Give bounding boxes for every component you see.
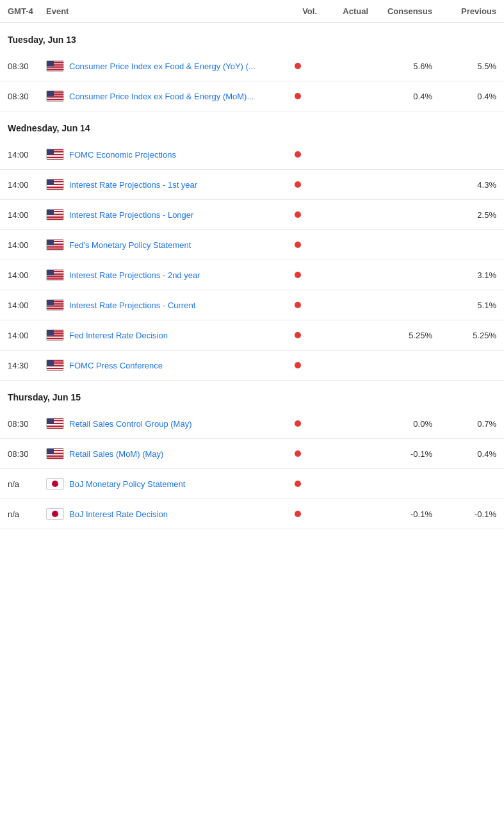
vol-cell	[279, 181, 317, 188]
vol-dot	[295, 211, 301, 218]
event-cell: Fed's Monetary Policy Statement	[46, 239, 279, 251]
flag-us	[46, 60, 64, 72]
event-name[interactable]: Retail Sales Control Group (May)	[64, 419, 191, 429]
day-header: Tuesday, Jun 13	[0, 23, 504, 51]
consensus-value: 5.6%	[368, 62, 432, 71]
vol-dot	[295, 272, 301, 278]
table-row: 14:30FOMC Press Conference	[0, 351, 504, 381]
header-timezone: GMT-4	[8, 6, 46, 16]
vol-cell	[279, 242, 317, 248]
vol-dot	[295, 93, 301, 99]
event-time: 14:00	[8, 150, 46, 160]
event-cell: BoJ Monetary Policy Statement	[46, 478, 279, 490]
vol-dot	[295, 151, 301, 158]
event-name[interactable]: Interest Rate Projections - Current	[64, 301, 195, 310]
event-time: 14:00	[8, 270, 46, 280]
header-previous: Previous	[432, 6, 496, 16]
consensus-value: -0.1%	[368, 509, 432, 519]
event-name[interactable]: BoJ Interest Rate Decision	[64, 509, 168, 519]
vol-dot	[295, 362, 301, 368]
event-cell: FOMC Economic Projections	[46, 149, 279, 160]
previous-value: -0.1%	[432, 509, 496, 519]
vol-cell	[279, 481, 317, 487]
vol-dot	[295, 302, 301, 308]
flag-us	[46, 448, 64, 459]
table-row: 14:00Interest Rate Projections - 1st yea…	[0, 170, 504, 200]
previous-value: 5.5%	[432, 62, 496, 71]
header-vol: Vol.	[279, 6, 317, 16]
previous-value: 5.25%	[432, 331, 496, 340]
vol-cell	[279, 511, 317, 517]
vol-cell	[279, 362, 317, 368]
vol-cell	[279, 63, 317, 69]
header-actual: Actual	[317, 6, 368, 16]
event-cell: Interest Rate Projections - 1st year	[46, 179, 279, 190]
table-row: 14:00Interest Rate Projections - Current…	[0, 290, 504, 320]
vol-cell	[279, 302, 317, 308]
flag-us	[46, 179, 64, 190]
table-row: 14:00Fed's Monetary Policy Statement	[0, 230, 504, 260]
event-name[interactable]: Retail Sales (MoM) (May)	[64, 449, 163, 459]
previous-value: 0.4%	[432, 449, 496, 459]
event-time: 08:30	[8, 419, 46, 429]
event-time: 14:00	[8, 240, 46, 250]
event-cell: Retail Sales (MoM) (May)	[46, 448, 279, 459]
table-row: 08:30Retail Sales (MoM) (May)-0.1%0.4%	[0, 439, 504, 469]
table-header: GMT-4 Event Vol. Actual Consensus Previo…	[0, 0, 504, 23]
flag-jp	[46, 478, 64, 490]
event-cell: Interest Rate Projections - 2nd year	[46, 269, 279, 281]
consensus-value: 0.0%	[368, 419, 432, 429]
previous-value: 4.3%	[432, 180, 496, 190]
table-row: 14:00Fed Interest Rate Decision5.25%5.25…	[0, 320, 504, 351]
flag-us	[46, 418, 64, 429]
event-time: 14:00	[8, 210, 46, 220]
event-cell: Consumer Price Index ex Food & Energy (M…	[46, 90, 279, 102]
vol-cell	[279, 151, 317, 158]
vol-dot	[295, 181, 301, 188]
flag-us	[46, 329, 64, 341]
flag-us	[46, 209, 64, 220]
event-name[interactable]: BoJ Monetary Policy Statement	[64, 479, 185, 489]
vol-cell	[279, 420, 317, 427]
day-header: Thursday, Jun 15	[0, 381, 504, 409]
event-name[interactable]: Interest Rate Projections - 2nd year	[64, 270, 200, 280]
event-name[interactable]: FOMC Economic Projections	[64, 150, 176, 160]
table-row: 08:30Consumer Price Index ex Food & Ener…	[0, 51, 504, 81]
previous-value: 2.5%	[432, 210, 496, 220]
consensus-value: 5.25%	[368, 331, 432, 340]
event-cell: Interest Rate Projections - Current	[46, 299, 279, 311]
flag-us	[46, 269, 64, 281]
vol-dot	[295, 332, 301, 338]
event-time: 14:00	[8, 301, 46, 310]
flag-us	[46, 239, 64, 251]
table-row: n/aBoJ Interest Rate Decision-0.1%-0.1%	[0, 499, 504, 529]
vol-dot	[295, 63, 301, 69]
table-row: 08:30Retail Sales Control Group (May)0.0…	[0, 409, 504, 439]
vol-dot	[295, 481, 301, 487]
event-cell: Interest Rate Projections - Longer	[46, 209, 279, 220]
header-consensus: Consensus	[368, 6, 432, 16]
flag-jp	[46, 508, 64, 520]
table-row: 08:30Consumer Price Index ex Food & Ener…	[0, 81, 504, 111]
event-cell: Consumer Price Index ex Food & Energy (Y…	[46, 60, 279, 72]
event-cell: Fed Interest Rate Decision	[46, 329, 279, 341]
flag-us	[46, 90, 64, 102]
previous-value: 3.1%	[432, 270, 496, 280]
event-name[interactable]: Fed Interest Rate Decision	[64, 331, 168, 340]
vol-dot	[295, 450, 301, 457]
vol-cell	[279, 211, 317, 218]
event-name[interactable]: FOMC Press Conference	[64, 361, 163, 370]
vol-dot	[295, 242, 301, 248]
event-name[interactable]: Fed's Monetary Policy Statement	[64, 240, 191, 250]
event-name[interactable]: Interest Rate Projections - Longer	[64, 210, 193, 220]
flag-us	[46, 359, 64, 371]
previous-value: 0.4%	[432, 92, 496, 101]
event-time: 14:00	[8, 331, 46, 340]
event-time: 08:30	[8, 62, 46, 71]
event-name[interactable]: Consumer Price Index ex Food & Energy (M…	[64, 92, 254, 101]
vol-cell	[279, 93, 317, 99]
event-time: 08:30	[8, 449, 46, 459]
event-name[interactable]: Consumer Price Index ex Food & Energy (Y…	[64, 62, 256, 71]
event-name[interactable]: Interest Rate Projections - 1st year	[64, 180, 197, 190]
event-time: 14:30	[8, 361, 46, 370]
